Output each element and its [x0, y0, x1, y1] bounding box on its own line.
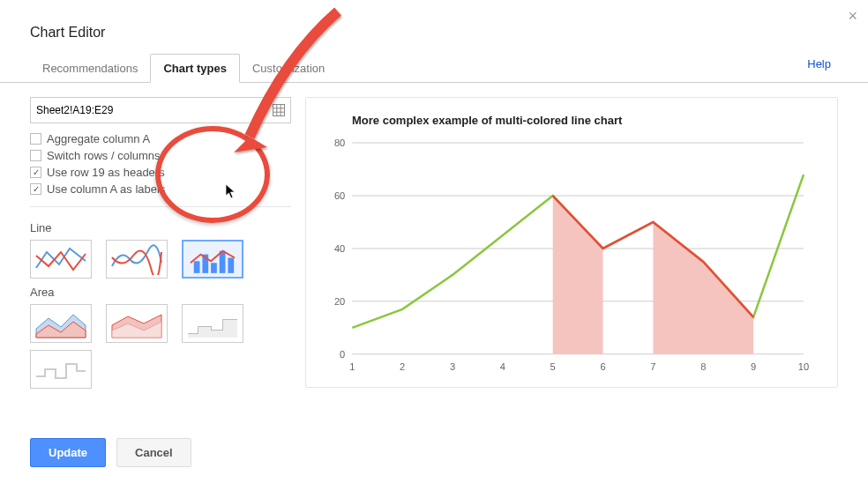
tab-recommendations[interactable]: Recommendations — [30, 55, 150, 82]
section-line: Line — [30, 221, 291, 234]
checkbox-labels[interactable]: Use column A as labels — [30, 181, 291, 197]
checkbox-headers[interactable]: Use row 19 as headers — [30, 164, 291, 181]
checkbox-aggregate[interactable]: Aggregate column A — [30, 130, 291, 147]
cancel-button[interactable]: Cancel — [116, 438, 191, 467]
range-picker-icon[interactable] — [273, 104, 285, 116]
svg-text:40: 40 — [334, 243, 345, 254]
chart-type-combo-line-bar[interactable] — [182, 240, 243, 279]
tab-chart-types[interactable]: Chart types — [150, 54, 240, 83]
chart-type-line-basic[interactable] — [30, 240, 92, 279]
range-row — [30, 97, 291, 123]
svg-rect-7 — [211, 263, 217, 273]
svg-text:7: 7 — [650, 361, 655, 372]
svg-text:8: 8 — [700, 361, 706, 372]
svg-rect-16 — [211, 331, 223, 338]
checkbox-icon — [30, 167, 41, 178]
svg-text:80: 80 — [334, 137, 345, 148]
chart-type-area-stepped-2[interactable] — [30, 350, 92, 389]
svg-text:10: 10 — [798, 361, 809, 372]
chart-title: More complex example of multi-colored li… — [315, 114, 812, 127]
preview-panel: More complex example of multi-colored li… — [305, 97, 838, 396]
svg-marker-38 — [553, 196, 603, 354]
chart-preview: More complex example of multi-colored li… — [305, 97, 838, 388]
svg-rect-8 — [220, 250, 226, 272]
checkbox-icon — [30, 150, 41, 161]
svg-text:2: 2 — [400, 361, 405, 372]
checkbox-label: Use row 19 as headers — [47, 166, 165, 179]
checkbox-label: Aggregate column A — [47, 132, 150, 145]
svg-text:60: 60 — [334, 190, 345, 201]
update-button[interactable]: Update — [30, 438, 106, 467]
range-input[interactable] — [36, 104, 273, 116]
chart-type-area-stacked[interactable] — [106, 304, 168, 343]
tab-customization[interactable]: Customization — [240, 55, 337, 82]
chart-type-area-basic[interactable] — [30, 304, 92, 343]
svg-text:3: 3 — [450, 361, 455, 372]
chart-type-area-stepped[interactable] — [182, 304, 243, 343]
svg-rect-15 — [198, 327, 211, 338]
svg-rect-14 — [188, 334, 198, 338]
left-panel: Aggregate column A Switch rows / columns… — [30, 97, 291, 396]
svg-text:4: 4 — [500, 361, 505, 372]
checkbox-label: Use column A as labels — [47, 182, 165, 196]
dialog-title: Chart Editor — [0, 0, 868, 53]
checkbox-icon — [30, 183, 41, 195]
tab-bar: Recommendations Chart types Customizatio… — [0, 53, 868, 83]
svg-text:6: 6 — [600, 361, 605, 372]
help-link[interactable]: Help — [807, 57, 831, 78]
svg-text:20: 20 — [334, 296, 345, 307]
svg-marker-39 — [653, 222, 753, 354]
svg-rect-9 — [228, 257, 234, 272]
checkbox-switch[interactable]: Switch rows / columns — [30, 147, 291, 164]
section-area: Area — [30, 286, 291, 299]
close-icon[interactable]: × — [848, 7, 857, 26]
svg-text:0: 0 — [340, 349, 345, 360]
chart-canvas: 02040608012345678910 — [315, 132, 812, 379]
checkbox-label: Switch rows / columns — [47, 149, 161, 162]
svg-rect-17 — [223, 320, 237, 338]
chart-type-line-smooth[interactable] — [106, 240, 168, 279]
svg-text:1: 1 — [349, 361, 355, 372]
svg-text:5: 5 — [550, 361, 556, 372]
chart-type-gallery: Line Area — [30, 206, 291, 396]
svg-text:9: 9 — [751, 361, 756, 372]
checkbox-icon — [30, 133, 41, 145]
svg-rect-5 — [194, 261, 200, 273]
svg-rect-0 — [273, 105, 285, 116]
